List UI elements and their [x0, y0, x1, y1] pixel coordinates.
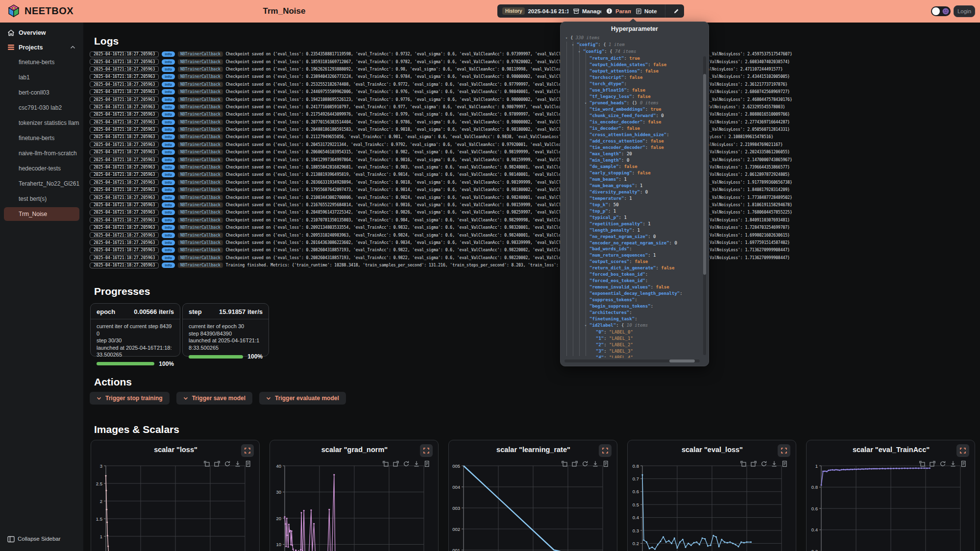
- download-icon[interactable]: [950, 460, 956, 467]
- trigger-action-button[interactable]: Trigger stop training: [90, 392, 170, 405]
- json-tree-line[interactable]: "encoder_no_repeat_ngram_size": 0: [564, 240, 701, 246]
- log-row[interactable]: 2025-04-16T21:18:27.205963infoNBTrainerC…: [90, 193, 978, 201]
- chevron-up-icon[interactable]: [70, 46, 75, 49]
- json-tree-line[interactable]: "torch_dtype":: [564, 81, 701, 87]
- log-row[interactable]: 2025-04-16T21:18:27.205963infoNBTrainerC…: [90, 186, 978, 193]
- zoom-reset-icon[interactable]: [392, 460, 399, 467]
- log-file-icon[interactable]: [602, 460, 609, 467]
- expand-arrow-icon[interactable]: ▾: [565, 35, 570, 42]
- log-row[interactable]: 2025-04-16T21:18:27.205963infoNBTrainerC…: [90, 201, 978, 209]
- json-tree-line[interactable]: "num_return_sequences": 1: [564, 252, 701, 259]
- sidebar-item-projects[interactable]: Projects: [0, 40, 83, 55]
- zoom-box-icon[interactable]: [561, 460, 568, 467]
- json-tree-line[interactable]: "length_penalty": 1: [564, 227, 701, 234]
- log-row[interactable]: 2025-04-16T21:18:27.205963infoNBTrainerC…: [90, 164, 978, 171]
- download-icon[interactable]: [413, 460, 420, 467]
- chart-expand-button[interactable]: [241, 444, 254, 457]
- collapse-sidebar-button[interactable]: Collapse Sidebar: [0, 532, 83, 547]
- trigger-action-button[interactable]: Trigger save model: [176, 392, 252, 405]
- json-tree-line[interactable]: "return_dict": true: [564, 55, 701, 62]
- json-tree-line[interactable]: "top_k": 50: [564, 202, 701, 208]
- json-tree-line[interactable]: "suppress_tokens":: [564, 297, 701, 303]
- json-tree-line[interactable]: "temperature": 1: [564, 195, 701, 202]
- json-tree-line[interactable]: "typical_p": 1: [564, 215, 701, 221]
- json-tree-line[interactable]: "begin_suppress_tokens":: [564, 303, 701, 310]
- json-tree-line[interactable]: ▾{ 330 items: [564, 35, 701, 42]
- zoom-box-icon[interactable]: [740, 460, 747, 467]
- json-tree-line[interactable]: "output_scores": false: [564, 259, 701, 265]
- zoom-box-icon[interactable]: [203, 460, 210, 467]
- zoom-reset-icon[interactable]: [571, 460, 578, 467]
- zoom-reset-icon[interactable]: [929, 460, 936, 467]
- sidebar-project-item[interactable]: finetune-berts: [4, 131, 79, 145]
- json-tree-line[interactable]: "num_beam_groups": 1: [564, 183, 701, 189]
- json-tree-line[interactable]: "remove_invalid_values": false: [564, 284, 701, 290]
- expand-arrow-icon[interactable]: ▾: [585, 100, 589, 107]
- log-row[interactable]: 2025-04-16T21:18:27.205963infoNBTrainerC…: [90, 133, 978, 141]
- edit-note-button[interactable]: [668, 4, 684, 18]
- download-icon[interactable]: [592, 460, 599, 467]
- json-tree-line[interactable]: "0": "LABEL_0": [564, 329, 701, 335]
- log-row[interactable]: 2025-04-16T21:18:27.205963infoNBTrainerC…: [90, 239, 978, 246]
- json-tree-line[interactable]: "repetition_penalty": 1: [564, 221, 701, 227]
- json-tree-line[interactable]: "torchscript": false: [564, 74, 701, 81]
- expand-arrow-icon[interactable]: ▾: [585, 323, 589, 329]
- sidebar-project-item[interactable]: Trm_Noise: [4, 207, 79, 221]
- login-button[interactable]: Login: [954, 5, 975, 17]
- log-row[interactable]: 2025-04-16T21:18:27.205963infoNBTrainerC…: [90, 156, 978, 163]
- popover-horizontal-scrollbar-thumb[interactable]: [669, 359, 695, 362]
- download-icon[interactable]: [234, 460, 241, 467]
- json-tree-line[interactable]: "exponential_decay_length_penalty":: [564, 290, 701, 297]
- json-tree-line[interactable]: "architectures":: [564, 310, 701, 316]
- json-tree-line[interactable]: "top_p": 1: [564, 208, 701, 215]
- sidebar-project-item[interactable]: lab1: [4, 71, 79, 84]
- sidebar-project-item[interactable]: bert-conll03: [4, 86, 79, 99]
- log-row[interactable]: 2025-04-16T21:18:27.205963infoNBTrainerC…: [90, 58, 978, 65]
- sidebar-project-item[interactable]: naive-llm-from-scratch: [4, 146, 79, 160]
- json-tree-line[interactable]: "do_sample": false: [564, 164, 701, 170]
- refresh-icon[interactable]: [582, 460, 588, 467]
- json-tree-line[interactable]: ▾"id2label": { 10 items: [564, 322, 701, 329]
- json-tree-line[interactable]: ▾"pruned_heads": {} 0 items: [564, 100, 701, 107]
- refresh-icon[interactable]: [760, 460, 767, 467]
- chart-expand-button[interactable]: [420, 444, 433, 457]
- chart-expand-button[interactable]: [956, 444, 969, 457]
- json-tree-line[interactable]: "num_beams": 1: [564, 176, 701, 183]
- refresh-icon[interactable]: [403, 460, 410, 467]
- log-file-icon[interactable]: [423, 460, 430, 467]
- log-row[interactable]: 2025-04-16T21:18:27.205963infoNBTrainerC…: [90, 141, 978, 148]
- log-row[interactable]: 2025-04-16T21:18:27.205963infoNBTrainerC…: [90, 209, 978, 216]
- log-row[interactable]: 2025-04-16T21:18:27.205963infoNBTrainerC…: [90, 126, 978, 133]
- note-button[interactable]: Note: [631, 4, 662, 18]
- log-row[interactable]: 2025-04-16T21:18:27.205963infoNBTrainerC…: [90, 171, 978, 178]
- json-tree-line[interactable]: "1": "LABEL_1": [564, 335, 701, 342]
- chart-expand-button[interactable]: [778, 444, 790, 457]
- brand[interactable]: NEETBOX: [7, 4, 74, 18]
- log-row[interactable]: 2025-04-16T21:18:27.205963infoNBTrainerC…: [90, 111, 978, 118]
- json-tree-line[interactable]: "chunk_size_feed_forward": 0: [564, 113, 701, 119]
- json-tree-line[interactable]: "cross_attention_hidden_size":: [564, 132, 701, 138]
- json-tree-line[interactable]: "forced_bos_token_id":: [564, 271, 701, 278]
- log-row[interactable]: 2025-04-16T21:18:27.205963infoNBTrainerC…: [90, 73, 978, 80]
- log-row[interactable]: 2025-04-16T21:18:27.205963infoNBTrainerC…: [90, 81, 978, 88]
- zoom-box-icon[interactable]: [382, 460, 389, 467]
- log-file-icon[interactable]: [960, 460, 967, 467]
- json-tree-line[interactable]: "is_encoder_decoder": false: [564, 119, 701, 125]
- json-tree-line[interactable]: "output_hidden_states": false: [564, 62, 701, 68]
- zoom-reset-icon[interactable]: [214, 460, 220, 467]
- log-row[interactable]: 2025-04-16T21:18:27.205963infoNBTrainerC…: [90, 231, 978, 239]
- log-file-icon[interactable]: [781, 460, 788, 467]
- log-row[interactable]: 2025-04-16T21:18:27.205963infoNBTrainerC…: [90, 262, 978, 269]
- json-tree-line[interactable]: "diversity_penalty": 0: [564, 189, 701, 195]
- sidebar-project-item[interactable]: finetune-berts: [4, 55, 79, 69]
- download-icon[interactable]: [771, 460, 778, 467]
- json-tree-line[interactable]: ▾"config": { 1 item: [564, 42, 701, 48]
- json-tree-line[interactable]: "add_cross_attention": false: [564, 138, 701, 144]
- json-tree-line[interactable]: "max_length": 20: [564, 151, 701, 157]
- json-tree-line[interactable]: "3": "LABEL_3": [564, 348, 701, 355]
- log-row[interactable]: 2025-04-16T21:18:27.205963infoNBTrainerC…: [90, 224, 978, 231]
- log-list[interactable]: 2025-04-16T21:18:27.205963infoNBTrainerC…: [90, 50, 978, 272]
- json-tree-line[interactable]: "4": "LABEL_4": [564, 355, 701, 358]
- log-row[interactable]: 2025-04-16T21:18:27.205963infoNBTrainerC…: [90, 88, 978, 96]
- chart-plot-area[interactable]: 32.521.51: [91, 440, 260, 551]
